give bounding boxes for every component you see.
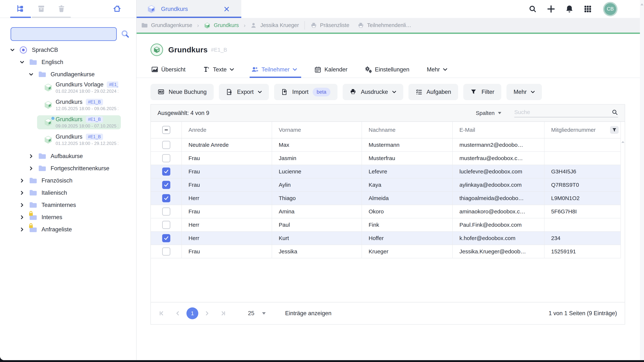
tab-mehr[interactable]: Mehr (426, 64, 450, 78)
course-dates: 01.02.2024 18:00 - 29.02.2024 20:00 (56, 89, 118, 94)
table-row[interactable]: HerrThiagoAlmeidathiagoalmeida@edoobo…L9… (151, 192, 620, 205)
tree-item-folder[interactable]: Internes (0, 211, 136, 223)
row-checkbox[interactable] (162, 181, 170, 189)
add-icon[interactable] (547, 5, 556, 13)
row-checkbox[interactable] (162, 194, 170, 202)
notifications-icon[interactable] (565, 5, 574, 13)
table-row[interactable]: FrauJessikaKruegerJessika.Krueger@edoob…… (151, 245, 620, 258)
tab-übersicht[interactable]: Übersicht (150, 64, 188, 78)
first-page-icon[interactable] (159, 311, 164, 316)
archive-icon[interactable] (37, 4, 46, 13)
breadcrumb-item[interactable]: Grundlagenkurse (141, 22, 192, 28)
trash-icon[interactable] (57, 4, 66, 13)
tree-item-folder[interactable]: Fortgeschrittenenkurse (0, 162, 136, 175)
tree-item-folder[interactable]: Französisch (0, 175, 136, 187)
page-size-select[interactable]: 25 (248, 310, 266, 317)
tree-item-folder[interactable]: Englisch (0, 56, 136, 68)
table-row[interactable]: FrauJasminMusterfraumusterfrau@edoobox.c… (151, 152, 620, 165)
tree-course[interactable]: Grundkurs Vorlage#E1_B 01.02.2024 18:00 … (37, 80, 121, 95)
tree-item-folder[interactable]: Teaminternes (0, 199, 136, 211)
table-grid: AnredeVornameNachnameE-MailMitgliedernum… (151, 122, 625, 258)
print-list-item[interactable]: Teilnehmendenli… (358, 22, 412, 28)
tree-item-course[interactable]: Grundkurs#E1_B 01.12.2025 18:00 - 29.12.… (0, 133, 136, 150)
tree-item-folder[interactable]: Aufbaukurse (0, 150, 136, 162)
last-page-icon[interactable] (220, 311, 226, 316)
table-header-row: AnredeVornameNachnameE-MailMitgliedernum… (151, 122, 620, 138)
select-all-checkbox[interactable] (162, 126, 170, 134)
folder-icon (29, 58, 38, 66)
tree-item-folder[interactable]: Anfrageliste (0, 223, 136, 236)
column-header[interactable]: E-Mail (453, 122, 544, 138)
column-header[interactable]: Mitgliedernummer (544, 122, 620, 138)
mehr-button[interactable]: Mehr (506, 84, 542, 100)
chevron-down-icon (392, 91, 396, 93)
column-header[interactable]: Nachname (362, 122, 453, 138)
export-button[interactable]: Export (219, 84, 269, 100)
scroll-up-arrow[interactable] (622, 141, 624, 143)
tree-item-course[interactable]: Grundkurs Vorlage#E1_B 01.02.2024 18:00 … (0, 80, 136, 98)
table-row[interactable]: HerrPaulFinkPaul.Fink@edoobox.com (151, 218, 620, 232)
table-row[interactable]: FrauAylinKayaaylinkaya@edoobox.comQ7R8S9… (151, 179, 620, 192)
tree-course-selected[interactable]: Grundkurs#E1_B 09.09.2025 18:00 - 07.10.… (37, 115, 121, 129)
ausdrucke-button[interactable]: Ausdrucke (343, 84, 403, 100)
apps-grid-icon[interactable] (584, 5, 592, 13)
course-code-badge: #E1_B (86, 134, 103, 140)
breadcrumb-item[interactable]: Jessika Krueger (250, 22, 299, 28)
filter-button[interactable]: Filter (463, 84, 501, 100)
neue-buchung-button[interactable]: Neue Buchung (150, 84, 214, 100)
tab-texte[interactable]: Texte (202, 64, 237, 78)
tab-teilnehmer[interactable]: Teilnehmer (251, 64, 300, 78)
global-search-icon[interactable] (528, 5, 537, 13)
table-row[interactable]: HerrKurtHofferk.hofer@edoobox.com234 (151, 232, 620, 245)
tree-item-org[interactable]: SprachCB (0, 44, 136, 56)
column-filter-button[interactable] (610, 126, 618, 134)
close-tab-icon[interactable] (224, 6, 230, 12)
cell-email: musterfrau@edoobox.c… (453, 152, 544, 165)
import-button[interactable]: Importbeta (274, 84, 338, 100)
sidebar-search-input[interactable] (10, 27, 117, 41)
prev-page-icon[interactable] (175, 311, 180, 316)
column-header[interactable]: Vorname (272, 122, 362, 138)
tab-einstellungen[interactable]: Einstellungen (364, 64, 412, 78)
next-page-icon[interactable] (204, 311, 210, 316)
tree-course[interactable]: Grundkurs#E1_B 12.05.2025 18:00 - 09.06.… (37, 98, 121, 112)
tree-item-folder[interactable]: Italienisch (0, 187, 136, 199)
row-checkbox[interactable] (162, 234, 170, 242)
sidebar-search-icon[interactable] (120, 29, 130, 39)
columns-button[interactable]: Spalten (476, 110, 501, 116)
row-checkbox[interactable] (162, 221, 170, 229)
table-search-input[interactable] (514, 109, 612, 115)
pagination-summary: 1 von 1 Seiten (9 Einträge) (548, 310, 617, 317)
row-checkbox[interactable] (162, 168, 170, 176)
tree-course[interactable]: Grundkurs#E1_B 01.12.2025 18:00 - 29.12.… (37, 133, 121, 147)
tree-item-label: Grundlagenkurse (50, 71, 95, 78)
tree-item-folder[interactable]: Grundlagenkurse (0, 68, 136, 80)
breadcrumb-item[interactable]: Grundkurs (204, 22, 239, 28)
chevron-down-icon (443, 68, 447, 71)
print-list-item[interactable]: Präsenzliste (310, 22, 349, 28)
row-checkbox[interactable] (162, 154, 170, 162)
row-checkbox[interactable] (162, 247, 170, 256)
table-row[interactable]: FrauAminaOkoroaminaokoro@edoobox.c…5F6G7… (151, 205, 620, 218)
table-scrollbar[interactable] (620, 122, 625, 258)
tab-kalender[interactable]: Kalender (314, 64, 350, 78)
row-checkbox[interactable] (162, 207, 170, 216)
column-header[interactable]: Anrede (182, 122, 272, 138)
home-icon[interactable] (113, 4, 122, 13)
table-row[interactable]: Neutrale AnredeMaxMustermannmustermann2@… (151, 138, 620, 152)
page-scrollbar[interactable] (640, 0, 644, 360)
tree-view-icon[interactable] (16, 4, 25, 13)
chevron-right-icon (19, 190, 25, 196)
user-avatar[interactable]: CB (604, 3, 616, 15)
tree-item-course[interactable]: Grundkurs#E1_B 12.05.2025 18:00 - 09.06.… (0, 98, 136, 115)
current-page-button[interactable]: 1 (186, 307, 198, 319)
aufgaben-button[interactable]: Aufgaben (408, 84, 458, 100)
table-search-icon[interactable] (612, 109, 618, 116)
tree-item-course[interactable]: Grundkurs#E1_B 09.09.2025 18:00 - 07.10.… (0, 115, 136, 133)
page-scroll-up-arrow[interactable] (640, 3, 644, 5)
table-row[interactable]: FrauLucienneLefevreluclefevre@edoobox.co… (151, 165, 620, 179)
page-size-value: 25 (248, 310, 254, 317)
tab-label: Mehr (427, 66, 440, 73)
row-checkbox[interactable] (162, 141, 170, 149)
document-tab[interactable]: Grundkurs (136, 0, 241, 18)
